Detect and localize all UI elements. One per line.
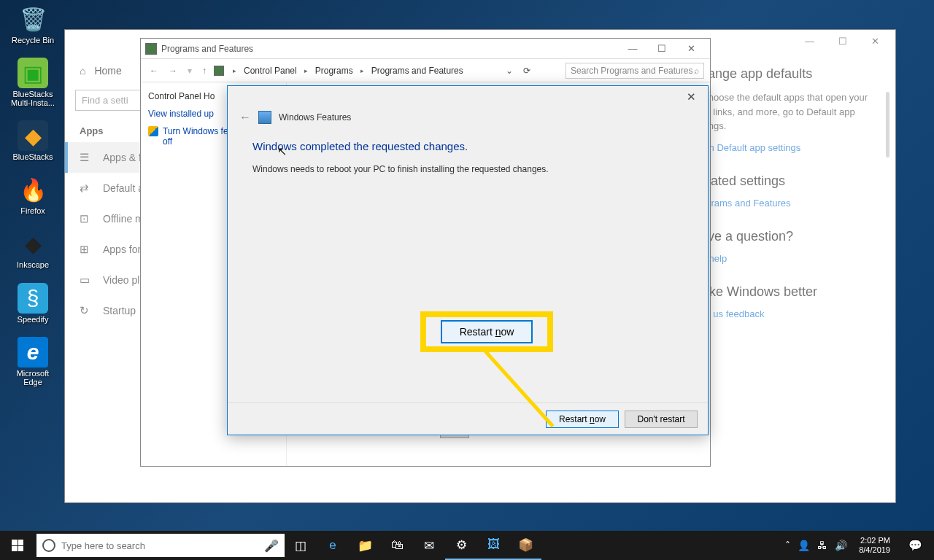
windows-features-dialog: ✕ ← Windows Features Windows completed t… <box>227 85 709 435</box>
cp-maximize-button[interactable]: ☐ <box>647 43 676 54</box>
taskbar-search[interactable]: 🎤 <box>36 534 285 557</box>
cp-titlebar: Programs and Features ― ☐ ✕ <box>141 39 710 59</box>
breadcrumb-programs[interactable]: Programs <box>312 66 356 76</box>
task-view-icon[interactable]: ◫ <box>285 531 317 560</box>
dropdown-history-icon[interactable]: ▾ <box>185 66 195 76</box>
dont-restart-button[interactable]: Don't restart <box>625 411 698 428</box>
tray-volume-icon[interactable]: 🔊 <box>835 540 847 551</box>
tray-network-icon[interactable]: 🖧 <box>817 540 827 551</box>
cortana-icon <box>42 539 55 552</box>
cp-window-title: Programs and Features <box>161 44 253 54</box>
start-button[interactable] <box>0 531 35 560</box>
windows-features-icon <box>258 111 271 124</box>
search-icon: ⌕ <box>694 66 699 76</box>
desktop-icon-recycle-bin[interactable]: 🗑️Recycle Bin <box>7 4 58 44</box>
desktop-icon-speedify[interactable]: §Speedify <box>7 283 58 324</box>
cp-minimize-button[interactable]: ― <box>618 43 647 54</box>
taskbar-programs-icon[interactable]: 📦 <box>509 531 541 560</box>
taskbar-pinned: ◫ e 📁 🛍 ✉ ⚙ 🖼 📦 <box>285 531 541 560</box>
tray-people-icon[interactable]: 👤 <box>798 540 810 551</box>
taskbar-mail-icon[interactable]: ✉ <box>413 531 445 560</box>
shield-icon <box>148 126 158 136</box>
desktop-icon-edge[interactable]: eMicrosoft Edge <box>7 337 58 386</box>
back-icon[interactable]: ← <box>147 66 161 76</box>
taskbar-photos-icon[interactable]: 🖼 <box>477 531 509 560</box>
desktop-icon-bluestacks-multi[interactable]: ▣BlueStacks Multi-Insta... <box>7 58 58 107</box>
callout-restart-button: Restart now <box>441 320 533 343</box>
wf-heading: Windows completed the requested changes. <box>252 140 683 152</box>
mic-icon[interactable]: 🎤 <box>264 539 279 553</box>
breadcrumb-programs-features[interactable]: Programs and Features <box>368 66 466 76</box>
cp-app-icon <box>145 43 157 55</box>
callout-highlight: Restart now <box>420 311 553 352</box>
breadcrumb-icon <box>214 66 224 76</box>
wf-close-button[interactable]: ✕ <box>680 90 702 104</box>
wf-back-icon[interactable]: ← <box>239 111 251 124</box>
refresh-icon[interactable]: ⟳ <box>523 66 530 76</box>
taskbar-store-icon[interactable]: 🛍 <box>381 531 413 560</box>
address-dropdown-icon[interactable]: ⌄ <box>506 66 513 76</box>
taskbar-search-input[interactable] <box>61 540 258 551</box>
taskbar: 🎤 ◫ e 📁 🛍 ✉ ⚙ 🖼 📦 ˄ 👤 🖧 🔊 2:02 PM 8/4/20… <box>0 531 934 560</box>
cp-navbar: ← → ▾ ↑ ▸ Control Panel ▸ Programs ▸ Pro… <box>141 59 710 82</box>
wf-message: Windows needs to reboot your PC to finis… <box>252 164 683 174</box>
cp-close-button[interactable]: ✕ <box>676 43 706 54</box>
wf-title: Windows Features <box>279 112 351 122</box>
desktop-icon-bluestacks[interactable]: ◆BlueStacks <box>7 120 58 161</box>
up-icon[interactable]: ↑ <box>199 66 209 76</box>
wf-footer: Restart now Don't restart <box>228 402 708 435</box>
desktop-icons: 🗑️Recycle Bin ▣BlueStacks Multi-Insta...… <box>7 4 58 386</box>
cp-search-input[interactable]: Search Programs and Features ⌕ <box>566 63 704 79</box>
restart-now-button[interactable]: Restart now <box>546 411 619 428</box>
taskbar-explorer-icon[interactable]: 📁 <box>349 531 381 560</box>
desktop-icon-firefox[interactable]: 🔥Firefox <box>7 174 58 215</box>
taskbar-clock[interactable]: 2:02 PM 8/4/2019 <box>854 536 895 555</box>
tray-chevron-icon[interactable]: ˄ <box>785 540 790 551</box>
taskbar-settings-icon[interactable]: ⚙ <box>445 531 477 560</box>
mouse-cursor: ↖ <box>277 144 287 158</box>
desktop-icon-inkscape[interactable]: ◆Inkscape <box>7 228 58 269</box>
breadcrumb-control-panel[interactable]: Control Panel <box>241 66 300 76</box>
action-center-icon[interactable]: 💬 <box>902 539 928 552</box>
forward-icon[interactable]: → <box>166 66 180 76</box>
windows-logo-icon <box>12 540 23 551</box>
taskbar-edge-icon[interactable]: e <box>317 531 349 560</box>
system-tray: ˄ 👤 🖧 🔊 2:02 PM 8/4/2019 💬 <box>785 536 934 555</box>
